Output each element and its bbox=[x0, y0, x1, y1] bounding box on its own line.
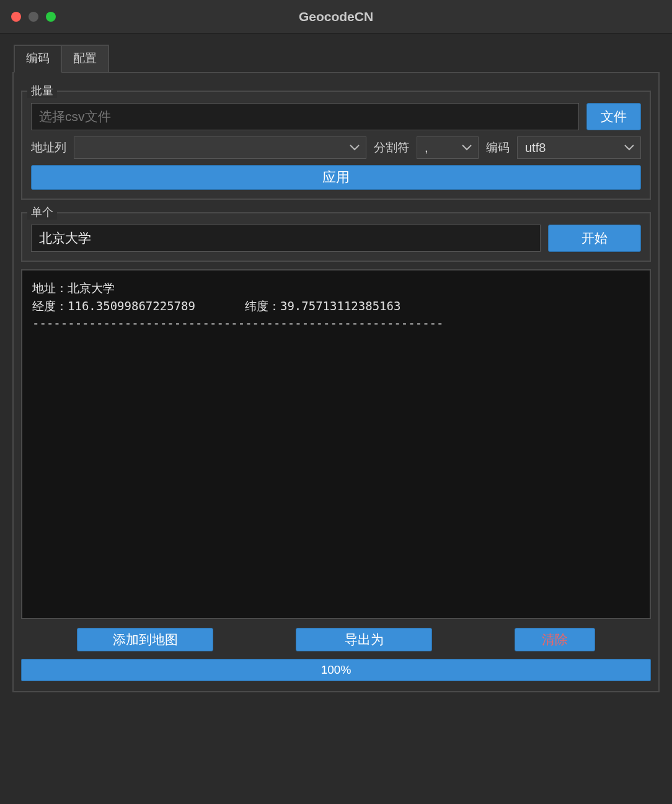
progress-text: 100% bbox=[321, 663, 351, 677]
window-title: GeocodeCN bbox=[0, 9, 672, 24]
tab-panel-encode: 批量 文件 地址列 分割符 , bbox=[12, 72, 660, 692]
start-button[interactable]: 开始 bbox=[548, 225, 641, 252]
tabs: 编码 配置 bbox=[14, 45, 660, 73]
file-browse-button[interactable]: 文件 bbox=[586, 103, 641, 130]
tab-config[interactable]: 配置 bbox=[61, 45, 109, 73]
csv-file-input[interactable] bbox=[31, 103, 579, 130]
separator-select[interactable]: , bbox=[417, 136, 479, 159]
group-batch: 批量 文件 地址列 分割符 , bbox=[21, 91, 651, 200]
maximize-window-button[interactable] bbox=[46, 12, 56, 22]
export-as-button[interactable]: 导出为 bbox=[296, 628, 432, 651]
single-address-input[interactable] bbox=[31, 225, 541, 252]
apply-button[interactable]: 应用 bbox=[31, 165, 641, 190]
address-column-select[interactable] bbox=[74, 136, 366, 159]
address-column-label: 地址列 bbox=[31, 140, 66, 156]
titlebar: GeocodeCN bbox=[0, 0, 672, 34]
separator-label: 分割符 bbox=[374, 140, 409, 156]
traffic-lights bbox=[11, 12, 56, 22]
minimize-window-button[interactable] bbox=[29, 12, 38, 22]
encoding-label: 编码 bbox=[486, 140, 510, 156]
content-area: 编码 配置 批量 文件 地址列 分割符 , bbox=[0, 34, 672, 702]
group-single: 单个 开始 bbox=[21, 212, 651, 262]
separator-value: , bbox=[425, 141, 428, 155]
group-batch-title: 批量 bbox=[27, 83, 57, 98]
tab-encode[interactable]: 编码 bbox=[14, 45, 62, 73]
chevron-down-icon bbox=[350, 145, 360, 151]
add-to-map-button[interactable]: 添加到地图 bbox=[77, 628, 213, 651]
close-window-button[interactable] bbox=[11, 12, 21, 22]
encoding-select[interactable]: utf8 bbox=[517, 136, 641, 159]
encoding-value: utf8 bbox=[525, 141, 546, 155]
chevron-down-icon bbox=[624, 145, 634, 151]
footer-actions: 添加到地图 导出为 清除 bbox=[21, 628, 651, 651]
chevron-down-icon bbox=[462, 145, 472, 151]
progress-bar: 100% bbox=[21, 659, 651, 681]
output-log[interactable]: 地址：北京大学 经度：116.35099867225789 纬度：39.7571… bbox=[21, 269, 651, 619]
clear-button[interactable]: 清除 bbox=[515, 628, 595, 651]
group-single-title: 单个 bbox=[27, 205, 57, 220]
